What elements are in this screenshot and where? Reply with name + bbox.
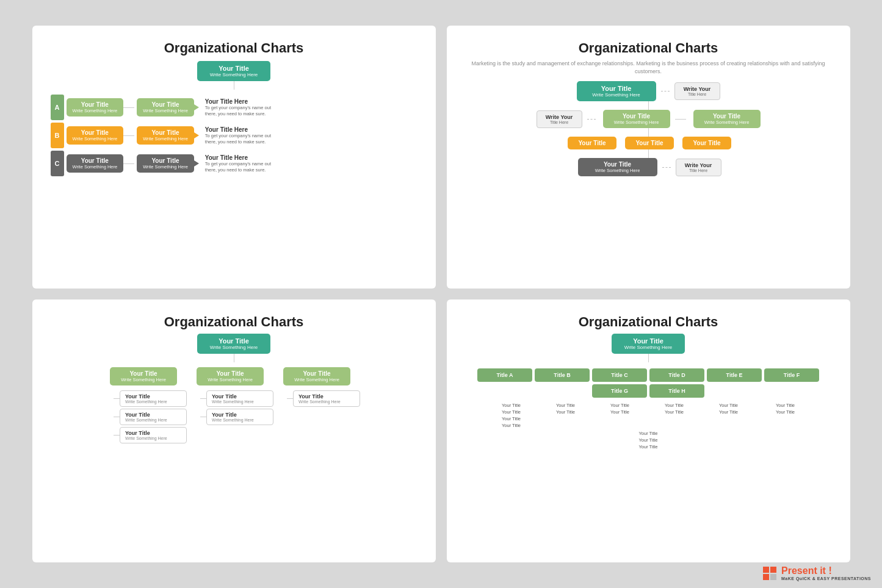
row-b-box1: Your Title Write Something Here (67, 126, 124, 145)
slide2-rnote-sub: Title Here (680, 92, 715, 96)
slide4-titleH: Title H (649, 384, 704, 398)
slide3-col3: Your Title Write Something Here Your Tit… (281, 367, 360, 443)
arrow-b (194, 132, 199, 138)
slide3-col3-sub1-box: Your Title Write Something Here (293, 390, 360, 407)
slide2-l4-box: Your Title Write Something Here (578, 158, 657, 176)
info-b-title: Your Title Here (205, 126, 272, 133)
main-grid: Organizational Charts Your Title Write S… (32, 26, 850, 562)
slide2-l2-box2: Your Title Write Something Here (693, 110, 761, 128)
slide4-titleF: Title F (764, 368, 819, 382)
conn-a1 (123, 107, 134, 108)
row-a-box2-sub: Write Something Here (143, 108, 188, 113)
slide2-l4-note: Write Your Title Here (676, 159, 721, 176)
slide4-tree: Your Title Write Something Here Title A … (465, 334, 832, 450)
slide3-col1-sub2-box: Your Title Write Something Here (120, 409, 187, 425)
dashed-conn-2 (587, 119, 596, 120)
arrow-c (194, 160, 199, 167)
label-c: C (51, 151, 64, 176)
slide3-col3-sub1: Your Title Write Something Here (287, 390, 360, 407)
info-c-title: Your Title Here (205, 154, 272, 161)
row-a: A Your Title Write Something Here Your T… (51, 95, 418, 120)
branding: Present it ! MaKE QuICK & EASY PRESENTAT… (763, 565, 871, 581)
brand-tagline: MaKE QuICK & EASY PRESENTATIONS (781, 576, 871, 581)
slide2-rnote-title: Write Your (680, 86, 715, 92)
row-b-box1-sub: Write Something Here (73, 136, 118, 142)
info-c-text: To get your company's name out there, yo… (205, 161, 272, 173)
row-a-box1-sub: Write Something Here (73, 108, 118, 113)
slide4-titleC: Title C (592, 368, 647, 382)
slide4-titleD: Title D (649, 368, 704, 382)
row-c-box2-title: Your Title (143, 157, 188, 164)
info-b: Your Title Here To get your company's na… (205, 126, 272, 145)
slide4-titleA: Title A (477, 368, 532, 382)
conn-c1 (123, 163, 134, 164)
vert3 (648, 128, 649, 137)
slide2-l2-box1: Your Title Write Something Here (603, 110, 670, 128)
slide4-titleE: Title E (707, 368, 762, 382)
vert4 (648, 149, 649, 158)
slide-3: Organizational Charts Your Title Write S… (32, 299, 436, 562)
row-c: C Your Title Write Something Here Your T… (51, 151, 418, 176)
slide4-children: Your Title Your Title Your Title Your Ti… (465, 403, 832, 450)
slide4-titleB: Title B (535, 368, 590, 382)
slide2-tree: Your Title Write Something Here Write Yo… (465, 81, 832, 176)
slide2-root-title: Your Title (585, 85, 648, 92)
slide2-right-note: Write Your Title Here (674, 82, 720, 100)
slide2-left-note: Write Your Title Here (537, 110, 582, 128)
info-b-text: To get your company's name out there, yo… (205, 133, 272, 145)
slide4-col6: Your Title Your Title (759, 403, 811, 428)
slide3-level2: Your Title Write Something Here Your Tit… (107, 367, 360, 443)
brand-name: Present it ! (781, 565, 871, 576)
slide2-l3-box3: Your Title (682, 137, 731, 149)
dashed-conn-3 (662, 167, 671, 168)
row-a-box1: Your Title Write Something Here (67, 98, 124, 117)
info-a: Your Title Here To get your company's na… (205, 98, 272, 117)
slide3-root: Your Title Write Something Here (197, 334, 270, 354)
slide3-col1: Your Title Write Something Here Your Tit… (107, 367, 187, 443)
slide3-col3-box: Your Title Write Something Here (283, 367, 350, 385)
slide4-titleG: Title G (592, 384, 647, 398)
slide2-subtitle: Marketing is the study and management of… (465, 60, 832, 75)
info-c: Your Title Here To get your company's na… (205, 154, 272, 173)
label-a: A (51, 95, 64, 120)
row-b-box2-sub: Write Something Here (143, 136, 188, 142)
row-c-box1-title: Your Title (73, 157, 118, 164)
row-b-box1-title: Your Title (73, 129, 118, 136)
vert-line-1 (234, 81, 234, 90)
slide3-tree: Your Title Write Something Here Your Tit… (51, 334, 418, 443)
brand-icon (763, 567, 776, 580)
slide3-col2-sub2-box: Your Title Write Something Here (206, 409, 273, 425)
slide3-col1-sub1-box: Your Title Write Something Here (120, 390, 187, 407)
row-c-box2-sub: Write Something Here (143, 164, 188, 170)
vert2 (648, 101, 649, 110)
row-c-box1-sub: Write Something Here (73, 164, 118, 170)
slide-2: Organizational Charts Marketing is the s… (447, 26, 850, 289)
slide4-col0: Your Title Your Title Your Title Your Ti… (485, 403, 537, 428)
slide4-col4: Your Title Your Title (703, 403, 754, 428)
row-b: B Your Title Write Something Here Your T… (51, 123, 418, 148)
row-b-box2-title: Your Title (143, 129, 188, 136)
slide1-root-title: Your Title (206, 65, 262, 72)
slide2-l3-box2: Your Title (625, 137, 674, 149)
slide3-col2-sub1-box: Your Title Write Something Here (206, 390, 273, 407)
slide4-col2: Your Title Your Title (594, 403, 646, 428)
dashed-conn-1 (661, 91, 670, 91)
slide4-col7: Your Title Your Title Your Title (623, 431, 674, 450)
slide1-root-box: Your Title Write Something Here (197, 61, 270, 81)
arrow-a (194, 104, 199, 110)
row-a-box2: Your Title Write Something Here (137, 98, 194, 117)
slide2-root-sub: Write Something Here (585, 92, 648, 98)
conn-b1 (123, 135, 134, 136)
slide1-rows: A Your Title Write Something Here Your T… (51, 95, 418, 176)
slide3-col2-sub2: Your Title Write Something Here (200, 409, 273, 425)
slide4-level2: Title A Title B Title C Title D Title E … (465, 368, 832, 398)
slide4-col1: Your Title Your Title (540, 403, 591, 428)
slide3-col1-sub3-box: Your Title Write Something Here (120, 427, 187, 443)
slide3-title: Organizational Charts (51, 314, 418, 330)
slide3-col2-box: Your Title Write Something Here (197, 367, 264, 385)
info-a-text: To get your company's name out there, yo… (205, 105, 272, 117)
slide3-col1-sub2: Your Title Write Something Here (114, 409, 187, 425)
slide2-l3-box1: Your Title (568, 137, 616, 149)
slide3-col2-sub1: Your Title Write Something Here (200, 390, 273, 407)
slide4-root: Your Title Write Something Here (612, 334, 685, 354)
